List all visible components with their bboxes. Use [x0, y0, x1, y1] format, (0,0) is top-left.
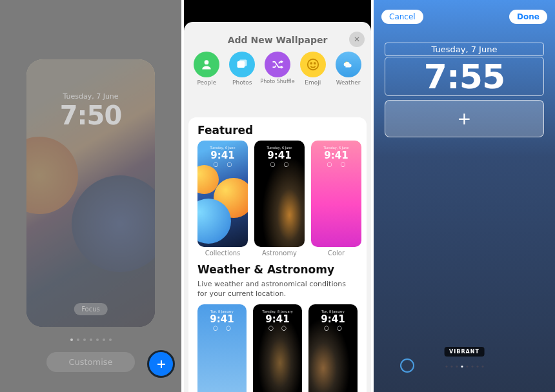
style-label: VIBRANT — [444, 347, 485, 357]
svg-rect-4 — [239, 60, 247, 66]
color-picker-swatch[interactable] — [400, 358, 414, 373]
lock-screen-date: Tuesday, 7 June — [0, 92, 181, 101]
customise-button[interactable]: Customise — [46, 352, 135, 372]
svg-point-2 — [205, 60, 209, 64]
category-weather[interactable]: Weather — [332, 52, 365, 86]
add-widget-button[interactable]: + — [385, 100, 544, 137]
featured-tile-collections[interactable]: Tuesday, 6 June 9:41 ◯◯ — [197, 141, 248, 247]
close-icon: ✕ — [354, 35, 360, 44]
astronomy-tile[interactable]: Tue, 8 January 9:41 ◯◯ — [308, 304, 358, 392]
weather-subtitle: Live weather and astronomical conditions… — [197, 280, 358, 299]
date-widget[interactable]: Tuesday, 7 June — [385, 43, 544, 56]
category-row: People Photos Photo Shuffle Emoji — [184, 52, 371, 86]
page-dots — [70, 338, 112, 341]
featured-heading: Featured — [197, 124, 358, 137]
category-shuffle[interactable]: Photo Shuffle — [261, 52, 294, 86]
astronomy-tile[interactable]: Tuesday, 8 January 9:41 ◯◯ — [253, 304, 302, 392]
featured-label: Color — [311, 250, 361, 257]
plus-icon: + — [458, 109, 472, 128]
featured-label: Collections — [197, 250, 248, 257]
category-people[interactable]: People — [190, 52, 223, 86]
add-wallpaper-panel: Add New Wallpaper ✕ People Photos — [184, 0, 371, 392]
weather-tile[interactable]: Tue, 8 January 9:41 ◯◯ — [197, 304, 247, 392]
category-photos[interactable]: Photos — [225, 52, 259, 86]
wallpaper-sheet: Featured Tuesday, 6 June 9:41 ◯◯ Collect… — [188, 117, 367, 392]
close-button[interactable]: ✕ — [349, 32, 365, 47]
weather-icon — [336, 52, 361, 77]
done-button[interactable]: Done — [509, 10, 547, 24]
focus-pill[interactable]: Focus — [74, 303, 108, 315]
add-wallpaper-button[interactable] — [147, 350, 175, 378]
photos-icon — [229, 52, 255, 77]
featured-label: Astronomy — [254, 250, 305, 257]
svg-point-6 — [310, 63, 312, 64]
style-page-dots — [445, 366, 483, 368]
featured-tile-astronomy[interactable]: Tuesday, 6 June 9:41 ◯◯ — [254, 141, 305, 247]
svg-point-5 — [308, 59, 319, 70]
emoji-icon — [300, 52, 326, 77]
lock-screen-time: 7:50 — [0, 101, 181, 130]
weather-heading: Weather & Astronomy — [197, 263, 358, 276]
sheet-title: Add New Wallpaper — [184, 35, 371, 45]
featured-tile-color[interactable]: Tuesday, 6 June 9:41 ◯◯ — [311, 141, 361, 247]
person-icon — [194, 52, 219, 77]
weather-row: Tue, 8 January 9:41 ◯◯ Tuesday, 8 Januar… — [197, 304, 358, 392]
category-emoji[interactable]: Emoji — [296, 52, 330, 86]
lock-screen-gallery-panel: Tuesday, 7 June 7:50 Focus Customise — [0, 0, 181, 392]
svg-point-7 — [314, 63, 316, 64]
plus-icon — [156, 358, 167, 370]
shuffle-icon — [265, 52, 290, 77]
lock-screen-edit-panel: Cancel Done Tuesday, 7 June 7:55 + VIBRA… — [374, 0, 555, 392]
featured-row: Tuesday, 6 June 9:41 ◯◯ Collections Tues… — [197, 141, 358, 257]
time-widget[interactable]: 7:55 — [385, 57, 544, 96]
cancel-button[interactable]: Cancel — [381, 10, 423, 24]
focus-label: Focus — [81, 306, 100, 313]
